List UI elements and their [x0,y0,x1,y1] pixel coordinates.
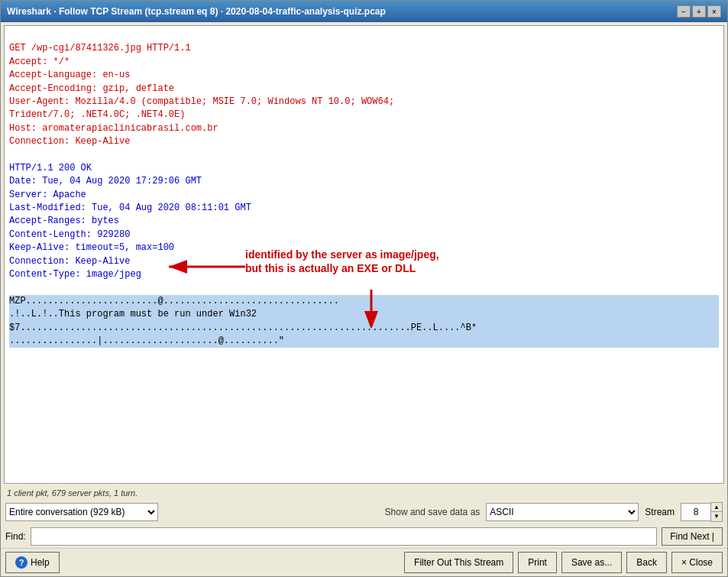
stream-line: Accept-Language: en-us [9,70,130,80]
find-row: Find: Find Next | [1,525,727,548]
title-bar: Wireshark · Follow TCP Stream (tcp.strea… [1,1,727,22]
format-select[interactable]: ASCII Hex Dump C Arrays Raw YAML [486,503,639,521]
stream-line: Keep-Alive: timeout=5, max=100 [9,242,174,253]
stream-line: Connection: Keep-Alive [9,256,130,267]
stream-line: Content-Length: 929280 [9,229,130,240]
stream-line: Host: aromaterapiaclinicabrasil.com.br [9,123,218,134]
maximize-button[interactable]: + [692,5,706,18]
bottom-buttons: ? Help Filter Out This Stream Print Save… [1,548,727,576]
stream-line: Accept-Encoding: gzip, deflate [9,83,174,94]
stream-line: Content-Type: image/jpeg [9,269,141,280]
back-button[interactable]: Back [626,552,667,573]
window-close-button[interactable]: × [707,5,721,18]
stream-line: HTTP/1.1 200 OK [9,163,92,173]
stream-line: Server: Apache [9,190,86,200]
main-window: Wireshark · Follow TCP Stream (tcp.strea… [0,0,728,577]
tcp-stream-content[interactable]: GET /wp-cgi/87411326.jpg HTTP/1.1 Accept… [4,25,724,484]
conversation-select[interactable]: Entire conversation (929 kB) [5,503,158,521]
stream-line: Last-Modified: Tue, 04 Aug 2020 08:11:01… [9,203,251,213]
stream-label: Stream [645,507,675,517]
status-text: 1 client pkt, 679 server pkts, 1 turn. [7,488,138,498]
stream-line: Date: Tue, 04 Aug 2020 17:29:06 GMT [9,176,202,186]
stream-line: Connection: Keep-Alive [9,136,130,147]
print-button[interactable]: Print [518,552,557,573]
stream-wrapper: GET /wp-cgi/87411326.jpg HTTP/1.1 Accept… [1,22,727,487]
help-button[interactable]: ? Help [5,552,60,573]
stream-spinner-buttons: ▲ ▼ [710,502,723,522]
window-title: Wireshark · Follow TCP Stream (tcp.strea… [7,6,386,17]
minimize-button[interactable]: − [677,5,691,18]
stream-line-selected: MZP........................@............… [9,295,719,308]
filter-out-button[interactable]: Filter Out This Stream [404,552,513,573]
find-label: Find: [5,531,26,542]
status-bar: 1 client pkt, 679 server pkts, 1 turn. [1,487,727,499]
stream-line: Accept: */* [9,57,70,67]
stream-line: Trident/7.0; .NET4.0C; .NET4.0E) [9,109,185,120]
stream-increment-button[interactable]: ▲ [711,503,722,512]
find-input[interactable] [31,527,658,546]
find-next-button[interactable]: Find Next | [662,527,723,546]
controls-row1: Entire conversation (929 kB) Show and sa… [1,499,727,525]
stream-line-selected: ................|.....................@.… [9,335,719,348]
help-label: Help [31,557,50,568]
title-bar-buttons: − + × [677,5,721,18]
help-icon: ? [15,556,28,569]
content-area: GET /wp-cgi/87411326.jpg HTTP/1.1 Accept… [1,22,727,576]
stream-input[interactable] [681,503,711,521]
close-button[interactable]: × Close [671,552,723,573]
stream-line: GET /wp-cgi/87411326.jpg HTTP/1.1 [9,43,191,53]
save-as-button[interactable]: Save as... [561,552,622,573]
stream-line: Accept-Ranges: bytes [9,216,119,226]
stream-line: User-Agent: Mozilla/4.0 (compatible; MSI… [9,96,394,107]
show-save-label: Show and save data as [385,507,480,517]
stream-line-selected: $7......................................… [9,322,719,335]
stream-decrement-button[interactable]: ▼ [711,512,722,521]
stream-spinner: ▲ ▼ [681,502,723,522]
stream-line-selected: .!..L.!..This program must be run under … [9,308,719,321]
